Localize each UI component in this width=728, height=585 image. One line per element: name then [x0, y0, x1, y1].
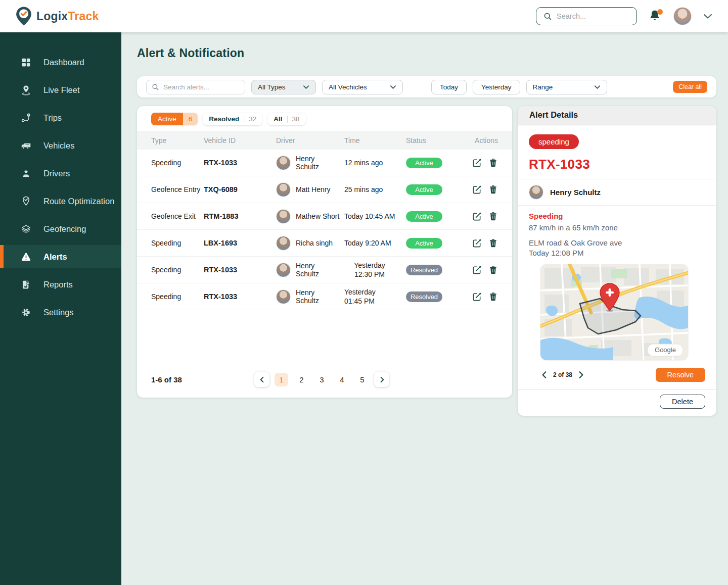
drivers-icon [20, 168, 31, 179]
divider [244, 116, 244, 123]
alert-type: Speeding [151, 266, 204, 274]
delete-button[interactable]: Delete [660, 395, 705, 409]
delete-icon[interactable] [488, 238, 498, 248]
sidebar-item-reports[interactable]: Reports [0, 273, 121, 296]
tab-active-count: 6 [183, 113, 198, 125]
table-row[interactable]: Speeding RTX-1033 Henry Schultz Yesterda… [137, 257, 512, 283]
edit-icon[interactable] [472, 292, 482, 302]
status-badge: Resolved [406, 291, 442, 302]
pagination-summary: 1-6 of 38 [151, 375, 182, 384]
alert-time: Yesterday 01:45 PM [344, 287, 406, 306]
prev-page-button[interactable] [254, 372, 269, 387]
driver-avatar [276, 289, 291, 304]
route-optimization-icon [20, 196, 31, 207]
edit-icon[interactable] [472, 212, 482, 221]
logo[interactable]: LogixTrack [15, 6, 99, 26]
details-driver-name: Henry Schultz [550, 188, 601, 197]
details-pager: 2 of 38 [540, 371, 585, 379]
page-number[interactable]: 3 [315, 373, 329, 386]
vehicle-id: LBX-1693 [204, 239, 276, 247]
table-row[interactable]: Speeding LBX-1693 Richa singh Today 9:20… [137, 230, 512, 257]
driver-name: Mathew Short [296, 212, 339, 220]
status-badge: Active [406, 158, 442, 168]
map-attribution: Google [648, 344, 683, 356]
status-badge: Active [406, 211, 442, 222]
page-number[interactable]: 4 [335, 373, 349, 386]
global-search[interactable] [536, 7, 637, 25]
sidebar-item-settings[interactable]: Settings [0, 301, 121, 324]
page-number[interactable]: 2 [295, 373, 308, 386]
global-search-input[interactable] [557, 12, 629, 20]
tab-all[interactable]: All 38 [267, 113, 305, 125]
sidebar-item-label: Vehicles [43, 141, 74, 151]
yesterday-filter-button[interactable]: Yesterday [473, 80, 520, 94]
page-number[interactable]: 5 [355, 373, 369, 386]
status-badge: Active [406, 238, 442, 249]
sidebar-item-drivers[interactable]: Drivers [0, 162, 121, 185]
dashboard-icon [20, 57, 31, 68]
main-content: Alert & Notification All Types All Vechi… [121, 32, 728, 585]
column-time: Time [344, 136, 406, 144]
delete-icon[interactable] [488, 158, 498, 168]
details-alert-type: Speeding [529, 212, 705, 220]
sidebar-item-trips[interactable]: Trips [0, 106, 121, 129]
edit-icon[interactable] [472, 158, 482, 168]
sidebar-item-vehicles[interactable]: Vehicles [0, 134, 121, 157]
driver-avatar [529, 185, 543, 200]
alerts-search-input[interactable] [163, 83, 240, 91]
delete-icon[interactable] [488, 265, 498, 275]
sidebar-item-label: Reports [43, 280, 73, 289]
edit-icon[interactable] [472, 265, 482, 275]
edit-icon[interactable] [472, 185, 482, 194]
sidebar-item-dashboard[interactable]: Dashboard [0, 51, 121, 74]
range-filter-select[interactable]: Range [526, 80, 607, 94]
sidebar-item-alerts[interactable]: Alerts [0, 245, 121, 268]
column-driver: Driver [276, 136, 344, 144]
alerts-search[interactable] [146, 80, 245, 94]
sidebar-item-route-optimization[interactable]: Route Optimization [0, 189, 121, 213]
next-page-button[interactable] [374, 372, 389, 387]
delete-icon[interactable] [488, 185, 498, 194]
type-filter-select[interactable]: All Types [251, 80, 316, 94]
sidebar-item-live-fleet[interactable]: Live Fleet [0, 78, 121, 102]
alert-type-badge: speeding [529, 134, 579, 149]
clear-all-button[interactable]: Clear all [673, 81, 707, 93]
chevron-down-icon [594, 85, 601, 89]
vehicle-filter-value: All Vechicles [329, 83, 367, 91]
pagination: 1-6 of 38 1 2 3 4 5 [137, 372, 512, 398]
page-number[interactable]: 1 [275, 373, 288, 386]
table-row[interactable]: Speeding RTX-1033 Henry Schultz Yesterda… [137, 283, 512, 310]
tab-resolved[interactable]: Resolved 32 [203, 113, 262, 125]
vehicle-id: RTX-1033 [204, 292, 276, 301]
type-filter-value: All Types [258, 83, 286, 91]
location-map[interactable]: Google [540, 264, 688, 360]
driver-name: Richa singh [296, 239, 333, 247]
user-avatar[interactable] [673, 7, 692, 25]
resolve-button[interactable]: Resolve [656, 368, 705, 382]
sidebar-item-label: Geofencing [43, 224, 86, 234]
delete-icon[interactable] [488, 292, 498, 302]
table-row[interactable]: Geofence Exit RTM-1883 Mathew Short Toda… [137, 203, 512, 230]
notifications-bell-icon[interactable] [648, 9, 662, 23]
tab-resolved-label: Resolved [209, 115, 239, 123]
next-alert-icon[interactable] [577, 371, 585, 379]
edit-icon[interactable] [472, 238, 482, 248]
prev-alert-icon[interactable] [540, 371, 549, 379]
chevron-down-icon[interactable] [703, 13, 713, 19]
sidebar-item-label: Alerts [43, 252, 67, 262]
driver-name: Henry Schultz [296, 262, 319, 278]
details-location: ELM road & Oak Grove ave Today 12:08 PM [529, 238, 705, 259]
notification-badge [657, 9, 663, 15]
table-row[interactable]: Geofence Entry TXQ-6089 Matt Henry 25 mi… [137, 176, 512, 203]
table-row[interactable]: Speeding RTX-1033 Henry Schultz 12 mins … [137, 150, 512, 176]
tab-active[interactable]: Active 6 [151, 113, 198, 125]
driver-avatar [276, 156, 291, 170]
delete-icon[interactable] [488, 212, 498, 221]
alerts-icon [20, 251, 31, 262]
tab-all-label: All [274, 115, 282, 123]
today-filter-button[interactable]: Today [431, 80, 467, 94]
sidebar-item-geofencing[interactable]: Geofencing [0, 217, 121, 240]
vehicle-filter-select[interactable]: All Vechicles [322, 80, 403, 94]
alert-type: Speeding [151, 292, 204, 301]
geofencing-icon [20, 223, 31, 234]
